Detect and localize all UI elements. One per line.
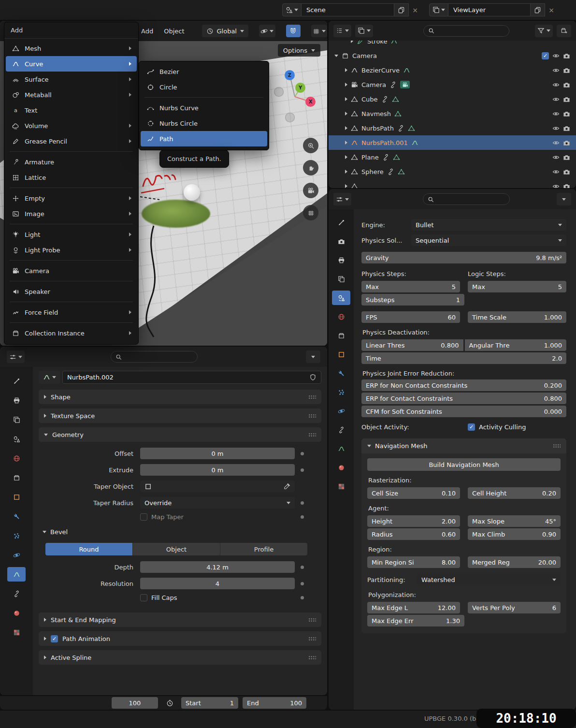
hide-eye-icon[interactable] <box>552 67 560 74</box>
eyedropper-icon[interactable] <box>283 483 290 490</box>
tab-collection[interactable] <box>332 328 350 343</box>
animate-dot[interactable] <box>301 468 304 472</box>
hide-eye-icon[interactable] <box>552 139 560 146</box>
tab-collection[interactable] <box>7 470 26 485</box>
gizmo-z-axis[interactable]: Z <box>285 70 295 80</box>
outliner-row-partial[interactable] <box>329 179 576 188</box>
pan-button[interactable] <box>303 160 318 175</box>
submenu-item-circle[interactable]: Circle <box>141 79 267 95</box>
filter-dropdown[interactable] <box>535 25 553 37</box>
outliner-row-camera[interactable]: Camera <box>329 77 576 92</box>
expand-arrow-icon[interactable] <box>351 41 353 43</box>
menu-item-image[interactable]: Image <box>6 206 137 221</box>
angular-threshold-field[interactable]: Angular Thre1.000 <box>465 339 567 351</box>
editor-type-dropdown[interactable] <box>7 350 25 363</box>
viewlayer-browse-button[interactable] <box>429 3 448 16</box>
hide-eye-icon[interactable] <box>552 52 560 59</box>
max-slope-field[interactable]: Max Slope45° <box>468 515 561 527</box>
verts-per-poly-field[interactable]: Verts Per Poly6 <box>468 602 561 613</box>
navigation-mesh-panel-header[interactable]: Navigation Mesh <box>361 438 566 453</box>
camera-view-button[interactable] <box>303 183 318 198</box>
expand-arrow-icon[interactable] <box>345 68 347 72</box>
expand-arrow-icon[interactable] <box>345 155 347 159</box>
frame-end-field[interactable]: End100 <box>243 697 306 709</box>
snap-settings-dropdown[interactable] <box>311 25 328 37</box>
fps-field[interactable]: FPS60 <box>361 311 460 323</box>
hide-eye-icon[interactable] <box>552 154 560 161</box>
viewlayer-name-field[interactable]: ViewLayer <box>448 3 531 16</box>
menu-item-force-field[interactable]: Force Field <box>6 305 137 320</box>
disable-render-icon[interactable] <box>563 52 570 59</box>
menu-item-grease-pencil[interactable]: Grease Pencil <box>6 133 137 149</box>
tab-object[interactable] <box>332 347 350 362</box>
tab-scene[interactable] <box>332 291 350 305</box>
menu-item-curve[interactable]: Curve <box>6 56 137 72</box>
max-edge-length-field[interactable]: Max Edge L12.00 <box>367 602 460 613</box>
object-menu-button[interactable]: Object <box>164 28 184 35</box>
gravity-field[interactable]: Gravity9.8 m/s² <box>361 252 566 263</box>
substeps-field[interactable]: Substeps1 <box>361 294 464 306</box>
menu-item-text[interactable]: Text <box>6 102 137 118</box>
fake-user-shield-icon[interactable] <box>309 374 317 381</box>
scene-name-field[interactable]: Scene <box>302 3 394 16</box>
animate-dot[interactable] <box>301 515 304 519</box>
drag-dots-icon[interactable] <box>308 433 316 437</box>
bevel-tab-round[interactable]: Round <box>45 543 133 555</box>
menu-item-lattice[interactable]: Lattice <box>6 170 137 185</box>
partitioning-dropdown[interactable]: Watershed <box>417 574 561 585</box>
menu-item-armature[interactable]: Armature <box>6 154 137 170</box>
cfm-soft-field[interactable]: CFM for Soft Constraints0.000 <box>361 406 566 417</box>
frame-start-field[interactable]: Start1 <box>181 697 238 709</box>
outliner-row-nurbspath-001[interactable]: NurbsPath.001 <box>329 135 576 150</box>
properties-search-input[interactable] <box>111 351 198 363</box>
fill-caps-checkbox[interactable] <box>140 594 147 601</box>
transform-orientation-dropdown[interactable]: Global <box>202 25 248 37</box>
outliner-row-plane[interactable]: Plane <box>329 150 576 164</box>
taper-object-field[interactable] <box>140 480 295 492</box>
tab-scene[interactable] <box>7 432 26 446</box>
map-taper-checkbox[interactable] <box>140 513 147 521</box>
extrude-field[interactable]: 0 m <box>140 464 295 476</box>
properties-options-dropdown[interactable] <box>306 350 320 363</box>
tab-texture[interactable] <box>332 479 350 494</box>
current-frame-field[interactable]: 100 <box>112 697 158 709</box>
cell-height-field[interactable]: Cell Height0.20 <box>468 487 561 499</box>
properties-options-dropdown[interactable] <box>557 193 571 205</box>
tab-material[interactable] <box>332 460 350 475</box>
time-scale-field[interactable]: Time Scale1.000 <box>468 311 566 323</box>
tab-particles[interactable] <box>332 385 350 399</box>
animate-dot[interactable] <box>301 452 304 455</box>
tab-world[interactable] <box>7 451 26 466</box>
logic-max-field[interactable]: Max5 <box>468 281 566 292</box>
expand-arrow-icon[interactable] <box>345 126 347 130</box>
drag-dots-icon[interactable] <box>308 395 316 399</box>
tab-object-data[interactable] <box>332 441 350 456</box>
resolution-field[interactable]: 4 <box>140 578 295 589</box>
collection-checkbox[interactable] <box>542 52 549 59</box>
tab-physics[interactable] <box>7 548 26 562</box>
outliner-row-nurbspath[interactable]: NurbsPath <box>329 121 576 135</box>
expand-arrow-icon[interactable] <box>345 97 347 101</box>
outliner-row-cube[interactable]: Cube <box>329 92 576 106</box>
path-animation-panel-header[interactable]: Path Animation <box>39 631 321 646</box>
expand-arrow-icon[interactable] <box>345 170 347 174</box>
agent-radius-field[interactable]: Radius0.60 <box>367 528 460 540</box>
properties-search-input[interactable] <box>423 193 510 205</box>
max-climb-field[interactable]: Max Climb0.90 <box>468 528 561 540</box>
tab-modifiers[interactable] <box>7 509 26 524</box>
disable-render-icon[interactable] <box>563 110 570 117</box>
pivot-point-dropdown[interactable] <box>259 25 275 37</box>
menu-item-light[interactable]: Light <box>6 227 137 242</box>
disable-render-icon[interactable] <box>563 96 570 103</box>
drag-dots-icon[interactable] <box>308 655 316 660</box>
disable-render-icon[interactable] <box>563 67 570 74</box>
disable-render-icon[interactable] <box>563 139 570 146</box>
zoom-button[interactable] <box>303 138 318 153</box>
animate-dot[interactable] <box>301 582 304 585</box>
editor-type-dropdown[interactable] <box>333 193 351 205</box>
collapse-arrow-icon[interactable] <box>334 55 338 57</box>
options-dropdown[interactable]: Options <box>278 44 320 57</box>
bevel-tab-profile[interactable]: Profile <box>220 543 307 555</box>
menu-item-volume[interactable]: Volume <box>6 118 137 133</box>
cell-size-field[interactable]: Cell Size0.10 <box>367 487 460 499</box>
